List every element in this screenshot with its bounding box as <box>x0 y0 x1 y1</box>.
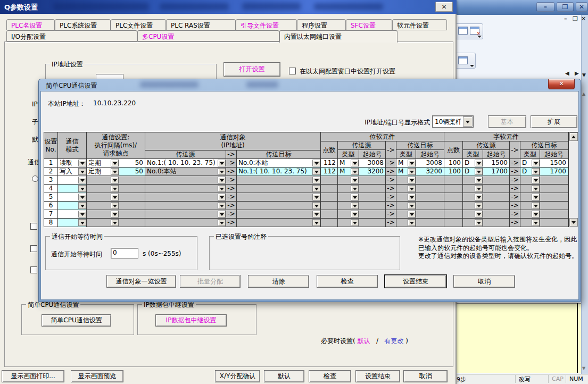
tab-7-tabs-row1[interactable]: 软元件设置 <box>392 19 447 30</box>
table-cell[interactable] <box>338 210 359 219</box>
basic-button[interactable]: 基本 <box>488 115 526 128</box>
table-cell[interactable]: 8 <box>44 219 58 227</box>
table-cell[interactable] <box>237 219 321 227</box>
cell-dropdown-button[interactable] <box>218 194 226 201</box>
table-cell[interactable] <box>444 176 463 185</box>
table-cell[interactable] <box>237 210 321 219</box>
table-cell[interactable]: 读取 <box>58 159 87 168</box>
left-radio-fragment[interactable] <box>32 176 38 182</box>
table-cell[interactable]: 112 <box>321 159 338 168</box>
cell-dropdown-button[interactable] <box>408 211 416 218</box>
table-cell[interactable] <box>58 202 87 210</box>
cell-dropdown-button[interactable] <box>218 185 226 192</box>
table-cell[interactable]: 写入 <box>58 168 87 176</box>
ip-packet-relay-button[interactable]: IP数据包中继设置 <box>155 314 227 327</box>
table-cell[interactable] <box>145 210 226 219</box>
table-cell[interactable]: M <box>338 168 359 176</box>
table-cell[interactable] <box>87 210 119 219</box>
cell-dropdown-button[interactable] <box>532 194 540 201</box>
grid-window-icon[interactable] <box>458 56 468 64</box>
app-close-button[interactable]: ✕ <box>576 2 587 12</box>
table-cell[interactable] <box>359 185 386 193</box>
cell-dropdown-button[interactable] <box>475 160 483 166</box>
table-cell[interactable]: 4 <box>44 185 58 193</box>
table-cell[interactable] <box>444 185 463 193</box>
mdi-restore-icon[interactable]: ❐ <box>573 15 578 22</box>
table-cell[interactable] <box>416 193 444 202</box>
table-cell[interactable]: -> <box>226 185 237 193</box>
cell-dropdown-button[interactable] <box>111 177 119 183</box>
table-cell[interactable] <box>520 185 540 193</box>
table-cell[interactable] <box>145 219 226 227</box>
table-cell[interactable] <box>540 193 568 202</box>
print-screen-button[interactable]: 显示画面打印... <box>2 370 64 382</box>
table-cell[interactable] <box>321 185 338 193</box>
table-cell[interactable]: -> <box>226 159 237 168</box>
table-cell[interactable] <box>396 185 416 193</box>
cell-dropdown-button[interactable] <box>218 160 226 166</box>
cell-dropdown-button[interactable] <box>312 202 320 209</box>
table-cell[interactable] <box>444 219 463 227</box>
cell-dropdown-button[interactable] <box>312 219 320 226</box>
table-scroll-up-button[interactable] <box>569 132 578 141</box>
cell-dropdown-button[interactable] <box>111 168 119 175</box>
table-cell[interactable]: 1500 <box>483 159 510 168</box>
table-cell[interactable] <box>119 185 145 193</box>
table-cell[interactable]: -> <box>386 159 396 168</box>
ethernet-config-checkbox[interactable] <box>289 68 296 74</box>
table-cell[interactable] <box>540 219 568 227</box>
table-cell[interactable] <box>444 193 463 202</box>
table-cell[interactable]: 6 <box>44 202 58 210</box>
table-cell[interactable] <box>359 176 386 185</box>
cell-dropdown-button[interactable] <box>312 211 320 218</box>
cell-dropdown-button[interactable] <box>475 168 483 175</box>
cell-dropdown-button[interactable] <box>78 219 86 226</box>
table-cell[interactable] <box>119 210 145 219</box>
table-cell[interactable] <box>237 193 321 202</box>
display-format-dropdown[interactable]: 10辆桨杄 <box>432 115 474 128</box>
simple-cpu-settings-button[interactable]: 简单CPU通信设置 <box>42 314 111 327</box>
nav-down-icon[interactable]: ▼ <box>582 72 586 78</box>
table-cell[interactable]: 3200 <box>416 168 444 176</box>
scroll-down-icon[interactable]: ▼ <box>582 366 585 371</box>
table-cell[interactable] <box>87 202 119 210</box>
open-settings-button[interactable]: 打开设置 <box>223 62 280 77</box>
table-cell[interactable]: -> <box>510 193 520 202</box>
cell-dropdown-button[interactable] <box>475 177 483 183</box>
cell-dropdown-button[interactable] <box>78 211 86 218</box>
cell-dropdown-button[interactable] <box>475 185 483 192</box>
cell-dropdown-button[interactable] <box>351 211 359 218</box>
table-cell[interactable]: -> <box>226 168 237 176</box>
table-cell[interactable] <box>87 219 119 227</box>
table-cell[interactable] <box>396 202 416 210</box>
table-cell[interactable] <box>338 202 359 210</box>
table-cell[interactable] <box>58 210 87 219</box>
left-checkbox-fragment[interactable] <box>30 266 37 273</box>
cell-dropdown-button[interactable] <box>78 177 86 183</box>
dropdown-arrow-icon[interactable] <box>463 116 473 127</box>
table-cell[interactable]: -> <box>386 202 396 210</box>
mdi-minimize-icon[interactable]: – <box>564 15 567 22</box>
table-cell[interactable] <box>87 185 119 193</box>
table-cell[interactable]: No.0:本站 <box>237 159 321 168</box>
table-cell[interactable]: No.1:( 10. 10. 23. 75) <box>237 168 321 176</box>
table-cell[interactable]: 定期 <box>87 159 119 168</box>
table-cell[interactable] <box>87 193 119 202</box>
table-cell[interactable] <box>416 219 444 227</box>
table-cell[interactable] <box>483 219 510 227</box>
table-cell[interactable]: -> <box>226 176 237 185</box>
table-cell[interactable] <box>321 210 338 219</box>
table-cell[interactable] <box>321 202 338 210</box>
table-cell[interactable] <box>483 185 510 193</box>
cell-dropdown-button[interactable] <box>532 211 540 218</box>
table-cell[interactable]: -> <box>226 193 237 202</box>
table-cell[interactable] <box>540 202 568 210</box>
table-cell[interactable] <box>359 193 386 202</box>
table-cell[interactable]: 1700 <box>540 168 568 176</box>
cell-dropdown-button[interactable] <box>475 194 483 201</box>
cell-dropdown-button[interactable] <box>475 202 483 209</box>
table-cell[interactable]: 112 <box>321 168 338 176</box>
cell-dropdown-button[interactable] <box>532 168 540 175</box>
table-cell[interactable]: 50 <box>119 159 145 168</box>
cell-dropdown-button[interactable] <box>351 168 359 175</box>
